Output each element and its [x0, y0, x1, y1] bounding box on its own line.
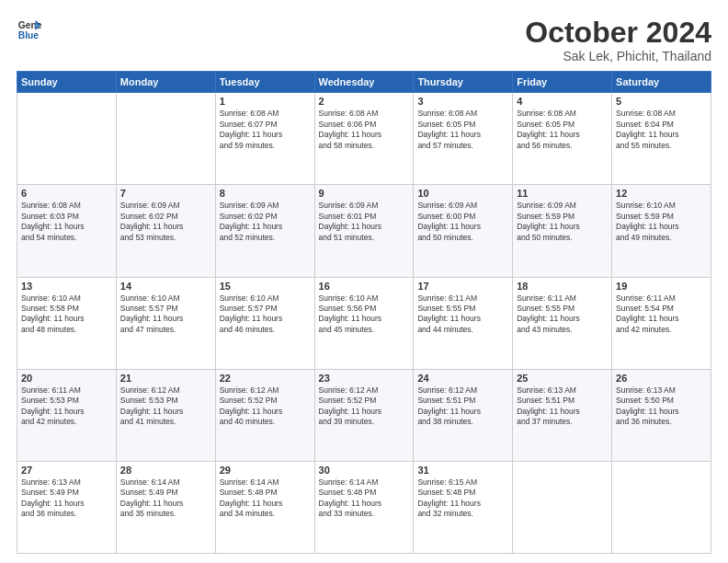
day-number: 30 [319, 465, 410, 476]
day-number: 8 [220, 188, 311, 199]
day-number: 12 [616, 188, 707, 199]
day-number: 1 [220, 96, 311, 107]
day-info: Sunrise: 6:11 AM Sunset: 5:55 PM Dayligh… [517, 293, 608, 336]
table-row: 4Sunrise: 6:08 AM Sunset: 6:05 PM Daylig… [513, 93, 612, 185]
day-info: Sunrise: 6:11 AM Sunset: 5:55 PM Dayligh… [417, 293, 508, 336]
day-info: Sunrise: 6:14 AM Sunset: 5:48 PM Dayligh… [220, 477, 311, 520]
svg-text:Blue: Blue [18, 30, 40, 40]
table-row: 10Sunrise: 6:09 AM Sunset: 6:00 PM Dayli… [414, 185, 513, 277]
table-row: 17Sunrise: 6:11 AM Sunset: 5:55 PM Dayli… [414, 277, 513, 369]
day-number: 9 [319, 188, 410, 199]
day-number: 24 [417, 373, 508, 384]
day-number: 11 [517, 188, 608, 199]
day-number: 25 [517, 373, 608, 384]
table-row [612, 461, 711, 553]
table-row [116, 93, 215, 185]
page: General Blue October 2024 Sak Lek, Phich… [0, 0, 728, 563]
table-row: 20Sunrise: 6:11 AM Sunset: 5:53 PM Dayli… [17, 369, 117, 461]
day-number: 22 [220, 373, 311, 384]
day-info: Sunrise: 6:11 AM Sunset: 5:54 PM Dayligh… [616, 293, 707, 336]
day-info: Sunrise: 6:10 AM Sunset: 5:58 PM Dayligh… [21, 293, 112, 336]
day-info: Sunrise: 6:09 AM Sunset: 6:01 PM Dayligh… [319, 201, 410, 243]
day-number: 21 [120, 373, 211, 384]
calendar-week-row: 27Sunrise: 6:13 AM Sunset: 5:49 PM Dayli… [17, 461, 711, 553]
day-number: 23 [319, 373, 410, 384]
logo: General Blue [17, 17, 42, 42]
day-number: 3 [417, 96, 508, 107]
day-number: 4 [517, 96, 608, 107]
table-row: 31Sunrise: 6:15 AM Sunset: 5:48 PM Dayli… [414, 461, 513, 553]
day-info: Sunrise: 6:11 AM Sunset: 5:53 PM Dayligh… [21, 385, 112, 428]
day-info: Sunrise: 6:12 AM Sunset: 5:53 PM Dayligh… [120, 385, 211, 428]
day-info: Sunrise: 6:08 AM Sunset: 6:05 PM Dayligh… [517, 109, 608, 151]
calendar-week-row: 13Sunrise: 6:10 AM Sunset: 5:58 PM Dayli… [17, 277, 711, 369]
day-number: 5 [616, 96, 707, 107]
table-row: 13Sunrise: 6:10 AM Sunset: 5:58 PM Dayli… [17, 277, 117, 369]
day-number: 13 [21, 281, 112, 292]
table-row: 18Sunrise: 6:11 AM Sunset: 5:55 PM Dayli… [513, 277, 612, 369]
day-number: 19 [616, 281, 707, 292]
col-thursday: Thursday [414, 72, 513, 93]
day-info: Sunrise: 6:09 AM Sunset: 5:59 PM Dayligh… [517, 201, 608, 243]
table-row: 6Sunrise: 6:08 AM Sunset: 6:03 PM Daylig… [17, 185, 117, 277]
day-info: Sunrise: 6:09 AM Sunset: 6:02 PM Dayligh… [220, 201, 311, 243]
table-row: 2Sunrise: 6:08 AM Sunset: 6:06 PM Daylig… [314, 93, 414, 185]
table-row: 7Sunrise: 6:09 AM Sunset: 6:02 PM Daylig… [116, 185, 215, 277]
table-row: 14Sunrise: 6:10 AM Sunset: 5:57 PM Dayli… [116, 277, 215, 369]
day-number: 17 [417, 281, 508, 292]
calendar-week-row: 1Sunrise: 6:08 AM Sunset: 6:07 PM Daylig… [17, 93, 711, 185]
calendar-week-row: 6Sunrise: 6:08 AM Sunset: 6:03 PM Daylig… [17, 185, 711, 277]
calendar-table: Sunday Monday Tuesday Wednesday Thursday… [17, 71, 711, 554]
logo-icon: General Blue [17, 17, 42, 42]
table-row: 24Sunrise: 6:12 AM Sunset: 5:51 PM Dayli… [414, 369, 513, 461]
day-number: 6 [21, 188, 112, 199]
day-number: 15 [220, 281, 311, 292]
day-info: Sunrise: 6:14 AM Sunset: 5:48 PM Dayligh… [319, 477, 410, 520]
table-row: 27Sunrise: 6:13 AM Sunset: 5:49 PM Dayli… [17, 461, 117, 553]
table-row: 29Sunrise: 6:14 AM Sunset: 5:48 PM Dayli… [215, 461, 314, 553]
col-monday: Monday [116, 72, 215, 93]
day-info: Sunrise: 6:12 AM Sunset: 5:52 PM Dayligh… [220, 385, 311, 428]
table-row: 15Sunrise: 6:10 AM Sunset: 5:57 PM Dayli… [215, 277, 314, 369]
table-row: 19Sunrise: 6:11 AM Sunset: 5:54 PM Dayli… [612, 277, 711, 369]
table-row: 16Sunrise: 6:10 AM Sunset: 5:56 PM Dayli… [314, 277, 414, 369]
day-info: Sunrise: 6:13 AM Sunset: 5:49 PM Dayligh… [21, 477, 112, 520]
table-row [513, 461, 612, 553]
table-row: 26Sunrise: 6:13 AM Sunset: 5:50 PM Dayli… [612, 369, 711, 461]
table-row: 5Sunrise: 6:08 AM Sunset: 6:04 PM Daylig… [612, 93, 711, 185]
day-info: Sunrise: 6:10 AM Sunset: 5:59 PM Dayligh… [616, 201, 707, 243]
day-info: Sunrise: 6:08 AM Sunset: 6:07 PM Dayligh… [220, 109, 311, 151]
month-title: October 2024 [525, 17, 711, 49]
title-block: October 2024 Sak Lek, Phichit, Thailand [525, 17, 711, 63]
table-row: 22Sunrise: 6:12 AM Sunset: 5:52 PM Dayli… [215, 369, 314, 461]
table-row: 9Sunrise: 6:09 AM Sunset: 6:01 PM Daylig… [314, 185, 414, 277]
day-info: Sunrise: 6:14 AM Sunset: 5:49 PM Dayligh… [120, 477, 211, 520]
day-info: Sunrise: 6:09 AM Sunset: 6:02 PM Dayligh… [120, 201, 211, 243]
day-info: Sunrise: 6:13 AM Sunset: 5:51 PM Dayligh… [517, 385, 608, 428]
day-number: 26 [616, 373, 707, 384]
day-info: Sunrise: 6:08 AM Sunset: 6:03 PM Dayligh… [21, 201, 112, 243]
day-info: Sunrise: 6:15 AM Sunset: 5:48 PM Dayligh… [417, 477, 508, 520]
calendar-header-row: Sunday Monday Tuesday Wednesday Thursday… [17, 72, 711, 93]
day-info: Sunrise: 6:13 AM Sunset: 5:50 PM Dayligh… [616, 385, 707, 428]
table-row: 1Sunrise: 6:08 AM Sunset: 6:07 PM Daylig… [215, 93, 314, 185]
location: Sak Lek, Phichit, Thailand [525, 49, 711, 63]
day-info: Sunrise: 6:08 AM Sunset: 6:06 PM Dayligh… [319, 109, 410, 151]
table-row [17, 93, 117, 185]
day-number: 31 [417, 465, 508, 476]
day-number: 7 [120, 188, 211, 199]
col-friday: Friday [513, 72, 612, 93]
day-number: 27 [21, 465, 112, 476]
table-row: 28Sunrise: 6:14 AM Sunset: 5:49 PM Dayli… [116, 461, 215, 553]
table-row: 21Sunrise: 6:12 AM Sunset: 5:53 PM Dayli… [116, 369, 215, 461]
day-info: Sunrise: 6:08 AM Sunset: 6:05 PM Dayligh… [417, 109, 508, 151]
table-row: 8Sunrise: 6:09 AM Sunset: 6:02 PM Daylig… [215, 185, 314, 277]
col-tuesday: Tuesday [215, 72, 314, 93]
day-number: 18 [517, 281, 608, 292]
day-number: 29 [220, 465, 311, 476]
day-number: 28 [120, 465, 211, 476]
day-number: 20 [21, 373, 112, 384]
calendar-week-row: 20Sunrise: 6:11 AM Sunset: 5:53 PM Dayli… [17, 369, 711, 461]
table-row: 11Sunrise: 6:09 AM Sunset: 5:59 PM Dayli… [513, 185, 612, 277]
col-saturday: Saturday [612, 72, 711, 93]
